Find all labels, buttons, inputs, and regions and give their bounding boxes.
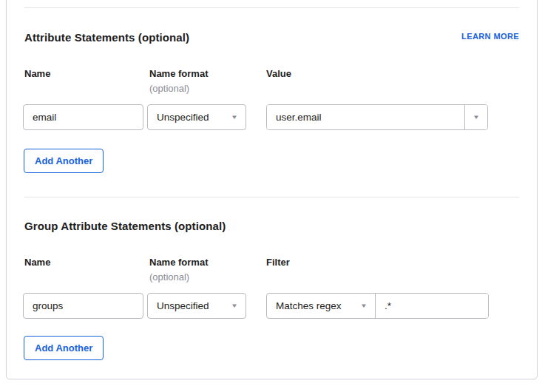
saml-settings-page: Attribute Statements (optional) LEARN MO…: [0, 0, 545, 392]
column-header-filter: Filter: [266, 257, 290, 268]
attr-value-combobox: ▼: [266, 104, 488, 130]
column-header-name-format: Name format: [149, 68, 208, 79]
column-header-name-format: Name format: [149, 257, 208, 268]
section-title-group-attribute-statements: Group Attribute Statements (optional): [24, 220, 226, 232]
group-name-format-select[interactable]: Unspecified ▼: [147, 293, 246, 319]
column-note-optional: (optional): [149, 83, 189, 94]
chevron-down-icon: ▼: [360, 303, 368, 309]
add-another-group-attribute-button[interactable]: Add Another: [24, 336, 104, 360]
group-filter-group: Matches regex ▼: [266, 293, 489, 319]
section-title-attribute-statements: Attribute Statements (optional): [24, 31, 189, 44]
column-header-name: Name: [24, 68, 50, 79]
group-filter-type-select[interactable]: Matches regex ▼: [267, 294, 376, 318]
top-divider: [24, 7, 519, 8]
learn-more-link[interactable]: LEARN MORE: [461, 32, 519, 41]
group-name-input[interactable]: [23, 293, 143, 319]
attr-name-format-select[interactable]: Unspecified ▼: [147, 104, 246, 130]
group-filter-type-selected-value: Matches regex: [276, 300, 342, 311]
attr-name-field-wrap: [23, 104, 143, 130]
attr-value-input[interactable]: [267, 105, 464, 129]
attr-name-input[interactable]: [23, 104, 143, 130]
column-note-optional: (optional): [149, 271, 189, 283]
add-another-attribute-button[interactable]: Add Another: [24, 149, 104, 173]
section-divider: [24, 197, 519, 197]
chevron-down-icon: ▼: [231, 115, 238, 121]
attribute-statements-card: [6, 0, 538, 379]
attr-value-dropdown-button[interactable]: ▼: [464, 105, 487, 129]
chevron-down-icon: ▼: [473, 115, 480, 121]
group-name-field-wrap: [23, 293, 143, 319]
group-filter-value-input[interactable]: [376, 294, 488, 318]
column-header-name: Name: [24, 257, 50, 268]
column-header-value: Value: [266, 68, 291, 79]
attr-name-format-selected-value: Unspecified: [157, 112, 209, 123]
chevron-down-icon: ▼: [231, 303, 238, 309]
group-name-format-selected-value: Unspecified: [157, 300, 209, 311]
